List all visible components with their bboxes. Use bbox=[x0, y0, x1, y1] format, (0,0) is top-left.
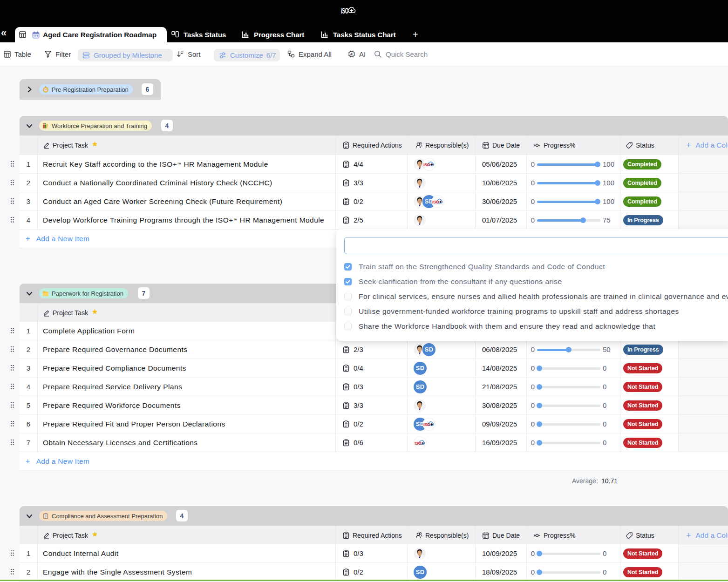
svg-text:ISO: ISO bbox=[432, 199, 439, 204]
svg-text:ISO: ISO bbox=[423, 422, 430, 427]
svg-text:ISO: ISO bbox=[415, 440, 422, 446]
svg-text:iSO: iSO bbox=[341, 7, 348, 15]
svg-text:ISO: ISO bbox=[423, 162, 430, 167]
svg-text:AI: AI bbox=[350, 53, 354, 56]
